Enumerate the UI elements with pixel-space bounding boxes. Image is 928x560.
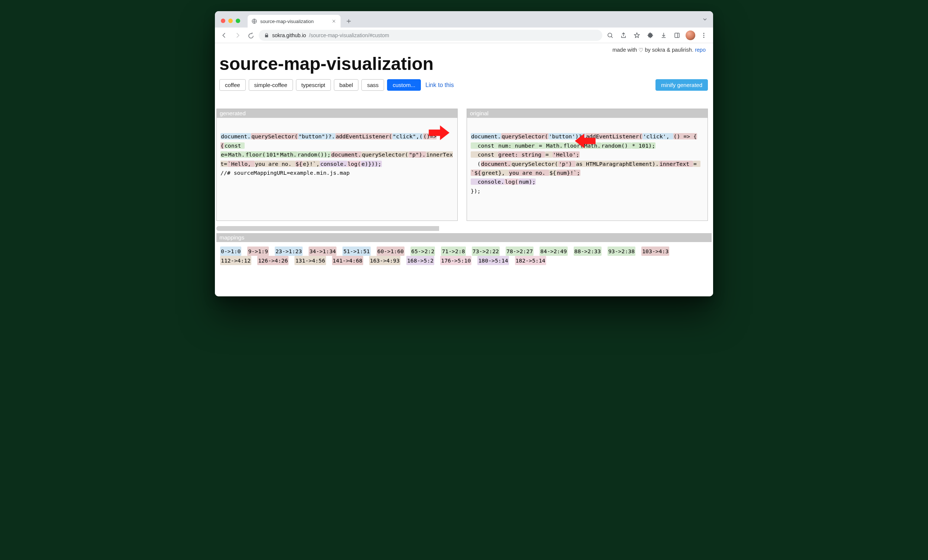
code-segment[interactable]: floor(: [245, 151, 266, 158]
code-segment[interactable]: Math.: [546, 142, 563, 149]
mapping-entry[interactable]: 88->2:33: [574, 247, 601, 256]
code-segment[interactable]: document.: [331, 151, 362, 158]
code-segment[interactable]: const: [471, 151, 498, 158]
mapping-entry[interactable]: 73->2:22: [472, 247, 500, 256]
mapping-entry[interactable]: 182->5:14: [515, 256, 546, 265]
code-segment[interactable]: "p").: [409, 151, 426, 158]
code-segment[interactable]: 'p'): [559, 161, 576, 167]
code-segment[interactable]: 'Hello';: [553, 151, 580, 158]
bookmark-button[interactable]: [631, 30, 643, 41]
repo-link[interactable]: repo: [695, 47, 706, 53]
code-segment[interactable]: e}!`,: [303, 161, 320, 167]
code-segment[interactable]: greet},: [481, 169, 508, 176]
mapping-entry[interactable]: 131->4:56: [295, 256, 326, 265]
code-segment[interactable]: =: [693, 161, 701, 167]
search-button[interactable]: [604, 30, 616, 41]
code-segment[interactable]: "click",(: [392, 133, 423, 139]
code-segment[interactable]: ${: [295, 161, 303, 167]
code-segment[interactable]: querySelector(: [501, 133, 548, 139]
mapping-entry[interactable]: 93->2:38: [607, 247, 635, 256]
link-to-this[interactable]: Link to this: [425, 82, 453, 89]
mapping-entry[interactable]: 71->2:8: [441, 247, 466, 256]
generated-code[interactable]: document.querySelector("button")?.addEve…: [217, 118, 457, 202]
code-segment[interactable]: e=: [220, 151, 228, 158]
horizontal-scrollbar[interactable]: [217, 226, 711, 231]
code-segment[interactable]: greet: string: [498, 151, 545, 158]
code-segment[interactable]: you are no.: [255, 161, 295, 167]
mapping-entry[interactable]: 141->4:68: [332, 256, 363, 265]
code-segment[interactable]: () => {: [673, 133, 697, 139]
mapping-entry[interactable]: 60->1:60: [377, 247, 404, 256]
tabs-menu-button[interactable]: [702, 16, 708, 22]
mapping-entry[interactable]: 168->5:2: [406, 256, 434, 265]
browser-tab[interactable]: source-map-visualization: [247, 15, 340, 27]
code-segment[interactable]: addEventListener(: [586, 133, 643, 139]
back-button[interactable]: [218, 30, 230, 41]
example-babel-button[interactable]: babel: [334, 79, 359, 91]
code-segment[interactable]: e)}));: [361, 161, 382, 167]
code-segment[interactable]: querySelector(: [511, 161, 559, 167]
code-segment[interactable]: 101*: [266, 151, 280, 158]
code-segment[interactable]: log(: [347, 161, 362, 167]
mapping-entry[interactable]: 0->1:0: [220, 247, 241, 256]
minify-generated-button[interactable]: minify generated: [655, 79, 708, 91]
mapping-entry[interactable]: 34->1:34: [308, 247, 336, 256]
code-segment[interactable]: querySelector(: [362, 151, 409, 158]
mapping-entry[interactable]: 163->4:93: [369, 256, 400, 265]
original-code[interactable]: document.querySelector('button')?.addEve…: [467, 118, 708, 221]
example-custom-button[interactable]: custom...: [387, 79, 421, 91]
reload-button[interactable]: [246, 30, 256, 41]
window-close-button[interactable]: [221, 18, 225, 23]
code-segment[interactable]: num);: [519, 179, 536, 185]
window-zoom-button[interactable]: [236, 18, 240, 23]
example-coffee-button[interactable]: coffee: [219, 79, 246, 91]
code-segment[interactable]: addEventListener(: [335, 133, 392, 139]
code-segment[interactable]: innerText: [659, 161, 693, 167]
mapping-entry[interactable]: 51->1:51: [342, 247, 370, 256]
code-segment[interactable]: 'click',: [643, 133, 673, 139]
code-segment[interactable]: });: [471, 188, 481, 194]
mapping-entry[interactable]: 126->4:26: [257, 256, 288, 265]
mapping-entry[interactable]: 103->4:3: [641, 247, 669, 256]
code-segment[interactable]: log(: [505, 179, 519, 185]
example-simple-coffee-button[interactable]: simple-coffee: [249, 79, 293, 91]
code-segment[interactable]: num: number: [498, 142, 538, 149]
forward-button[interactable]: [232, 30, 243, 41]
address-bar[interactable]: sokra.github.io/source-map-visualization…: [259, 30, 602, 41]
code-segment[interactable]: floor(: [563, 142, 584, 149]
mapping-entry[interactable]: 176->5:10: [440, 256, 472, 265]
new-tab-button[interactable]: [343, 16, 354, 26]
code-segment[interactable]: random(): [601, 142, 632, 149]
downloads-button[interactable]: [658, 30, 669, 41]
share-button[interactable]: [618, 30, 629, 41]
code-segment[interactable]: console.: [320, 161, 347, 167]
code-segment[interactable]: `${: [471, 169, 481, 176]
code-segment[interactable]: 'button')?.: [548, 133, 586, 139]
mapping-entry[interactable]: 78->2:27: [506, 247, 534, 256]
code-segment[interactable]: ${: [549, 169, 557, 176]
code-segment[interactable]: Math.: [584, 142, 601, 149]
code-segment[interactable]: const: [471, 142, 498, 149]
code-segment[interactable]: as HTMLParagraphElement).: [575, 161, 659, 167]
example-typescript-button[interactable]: typescript: [296, 79, 331, 91]
example-sass-button[interactable]: sass: [362, 79, 384, 91]
code-segment[interactable]: =: [538, 142, 546, 149]
close-tab-button[interactable]: [331, 18, 337, 24]
code-segment[interactable]: `Hello,: [227, 161, 255, 167]
code-segment[interactable]: you are no.: [508, 169, 549, 176]
code-segment[interactable]: num}!`;: [557, 169, 580, 176]
mapping-entry[interactable]: 65->2:2: [411, 247, 435, 256]
mapping-entry[interactable]: 112->4:12: [220, 256, 251, 265]
extensions-button[interactable]: [645, 30, 656, 41]
side-panel-button[interactable]: [672, 30, 682, 41]
code-segment[interactable]: const: [224, 142, 245, 149]
code-segment[interactable]: =: [545, 151, 553, 158]
mapping-entry[interactable]: 23->1:23: [275, 247, 303, 256]
code-segment[interactable]: (: [471, 161, 481, 167]
code-segment[interactable]: document.: [220, 133, 251, 139]
code-segment[interactable]: * 101);: [632, 142, 655, 149]
chrome-menu-button[interactable]: [698, 30, 710, 41]
code-segment[interactable]: console.: [471, 179, 505, 185]
mapping-entry[interactable]: 180->5:14: [478, 256, 508, 265]
code-segment[interactable]: document.: [471, 133, 501, 139]
